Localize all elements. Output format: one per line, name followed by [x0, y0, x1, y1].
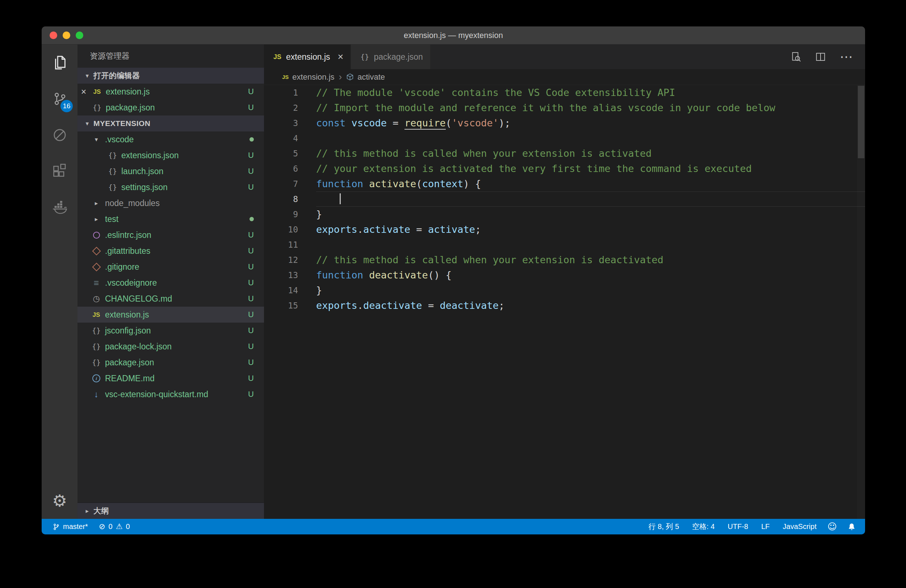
- status-language-mode[interactable]: JavaScript: [783, 523, 817, 531]
- tree-item-extension.js[interactable]: JSextension.jsU: [78, 307, 264, 323]
- scrollbar-thumb[interactable]: [858, 86, 865, 158]
- file-icon-slot: JS: [89, 312, 104, 318]
- tab-label: package.json: [374, 52, 423, 62]
- code-line-14[interactable]: 14}: [264, 283, 865, 298]
- code-line-12[interactable]: 12// this method is called when your ext…: [264, 252, 865, 268]
- modified-indicator-dot: [249, 137, 254, 142]
- explorer-icon[interactable]: [41, 45, 78, 81]
- close-icon[interactable]: ×: [78, 86, 90, 97]
- code-line-13[interactable]: 13function deactivate() {: [264, 268, 865, 283]
- git-status-badge: [249, 217, 254, 221]
- code-line-8[interactable]: 8: [264, 191, 865, 207]
- docker-icon[interactable]: [41, 190, 78, 226]
- tree-item-.gitattributes[interactable]: .gitattributesU: [78, 243, 264, 259]
- file-name-label: extension.js: [106, 87, 150, 97]
- git-status-badge: U: [248, 310, 254, 319]
- feedback-smiley-icon[interactable]: ☺: [828, 522, 837, 531]
- code-line-5[interactable]: 5// this method is called when your exte…: [264, 146, 865, 161]
- code-text: function activate(context) {: [316, 176, 865, 191]
- code-line-4[interactable]: 4: [264, 131, 865, 146]
- outline-header[interactable]: ▸ 大纲: [78, 502, 264, 519]
- status-eol[interactable]: LF: [761, 523, 769, 531]
- editor-scrollbar[interactable]: [857, 85, 865, 519]
- breadcrumb-symbol[interactable]: activate: [357, 72, 385, 82]
- code-line-15[interactable]: 15exports.deactivate = deactivate;: [264, 298, 865, 313]
- notifications-bell-icon[interactable]: [848, 523, 856, 531]
- line-number: 15: [264, 298, 316, 313]
- tree-item-vsc-extension-quickstart.md[interactable]: ↓vsc-extension-quickstart.mdU: [78, 386, 264, 402]
- code-line-2[interactable]: 2// Import the module and reference it w…: [264, 100, 865, 115]
- line-number: 7: [264, 176, 316, 191]
- source-control-icon[interactable]: 16: [41, 81, 78, 117]
- zoom-window-button[interactable]: [76, 32, 83, 39]
- tree-item-README.md[interactable]: iREADME.mdU: [78, 370, 264, 386]
- project-header[interactable]: ▾ MYEXTENSION: [78, 115, 264, 131]
- close-window-button[interactable]: [49, 32, 57, 39]
- file-icon-slot: [89, 232, 104, 239]
- more-actions-icon[interactable]: ⋯: [840, 50, 853, 63]
- tree-item-package-lock.json[interactable]: {}package-lock.jsonU: [78, 339, 264, 354]
- tree-item-jsconfig.json[interactable]: {}jsconfig.jsonU: [78, 323, 264, 339]
- json-file-icon: {}: [108, 183, 117, 191]
- branch-name: master*: [63, 523, 88, 531]
- file-name-label: CHANGELOG.md: [105, 294, 172, 304]
- tree-item-.gitignore[interactable]: .gitignoreU: [78, 259, 264, 275]
- chevron-right-icon: ›: [339, 71, 342, 83]
- status-cursor-position[interactable]: 行 8, 列 5: [649, 522, 679, 532]
- file-name-label: package.json: [105, 358, 154, 368]
- file-name-label: node_modules: [105, 198, 160, 208]
- tree-item-extensions.json[interactable]: {}extensions.jsonU: [78, 147, 264, 163]
- code-line-6[interactable]: 6// your extension is activated the very…: [264, 161, 865, 176]
- minimize-window-button[interactable]: [63, 32, 70, 39]
- open-editors-header[interactable]: ▾ 打开的编辑器: [78, 68, 264, 84]
- code-line-7[interactable]: 7function activate(context) {: [264, 176, 865, 191]
- code-line-10[interactable]: 10exports.activate = activate;: [264, 222, 865, 237]
- tabs: JSextension.js×{}package.json: [264, 45, 431, 69]
- settings-gear-icon[interactable]: ⚙: [41, 483, 78, 519]
- vscode-window: extension.js — myextension 16: [41, 26, 865, 534]
- file-name-label: .vscodeignore: [105, 278, 157, 288]
- breadcrumb-file[interactable]: extension.js: [292, 72, 334, 82]
- code-line-11[interactable]: 11: [264, 237, 865, 252]
- warning-icon: ⚠: [116, 523, 123, 531]
- code-line-1[interactable]: 1// The module 'vscode' contains the VS …: [264, 85, 865, 100]
- open-editor-package.json[interactable]: {}package.jsonU: [78, 100, 264, 115]
- file-icon-slot: {}: [89, 359, 104, 366]
- tree-item-settings.json[interactable]: {}settings.jsonU: [78, 179, 264, 195]
- tree-item-.vscode[interactable]: ▾.vscode: [78, 131, 264, 147]
- code-line-3[interactable]: 3const vscode = require('vscode');: [264, 115, 865, 131]
- extensions-icon[interactable]: [41, 153, 78, 190]
- close-icon[interactable]: ×: [338, 51, 344, 63]
- code-text: // Import the module and reference it wi…: [316, 100, 865, 115]
- tree-item-test[interactable]: ▸test: [78, 211, 264, 227]
- file-icon-slot: ≡: [89, 279, 104, 287]
- code-text: exports.deactivate = deactivate;: [316, 298, 865, 313]
- tree-item-package.json[interactable]: {}package.jsonU: [78, 354, 264, 370]
- status-encoding[interactable]: UTF-8: [728, 523, 748, 531]
- tab-bar: JSextension.js×{}package.json ⋯: [264, 45, 865, 69]
- git-status-badge: U: [248, 374, 254, 383]
- code-editor[interactable]: 1// The module 'vscode' contains the VS …: [264, 85, 865, 519]
- split-editor-icon[interactable]: [815, 51, 826, 62]
- code-line-9[interactable]: 9}: [264, 207, 865, 222]
- tree-item-CHANGELOG.md[interactable]: ◷CHANGELOG.mdU: [78, 291, 264, 307]
- git-branch-status[interactable]: master*: [53, 523, 88, 531]
- file-icon-slot: {}: [89, 327, 104, 334]
- status-indentation[interactable]: 空格: 4: [692, 522, 715, 532]
- open-editor-extension.js[interactable]: ×JSextension.jsU: [78, 84, 264, 100]
- tree-item-launch.json[interactable]: {}launch.jsonU: [78, 163, 264, 179]
- tab-extension.js[interactable]: JSextension.js×: [264, 45, 351, 69]
- debug-icon[interactable]: [41, 117, 78, 153]
- open-changes-icon[interactable]: [791, 51, 801, 62]
- git-status-badge: U: [248, 230, 254, 240]
- file-icon-slot: {}: [105, 183, 120, 191]
- tree-item-node_modules[interactable]: ▸node_modules: [78, 195, 264, 211]
- symbol-cube-icon: [346, 73, 354, 81]
- tree-item-.vscodeignore[interactable]: ≡.vscodeignoreU: [78, 275, 264, 291]
- tree-item-.eslintrc.json[interactable]: .eslintrc.jsonU: [78, 227, 264, 243]
- json-file-icon: {}: [92, 343, 100, 350]
- file-name-label: README.md: [105, 374, 155, 383]
- problems-status[interactable]: ⊘ 0 ⚠ 0: [99, 523, 130, 531]
- json-file-icon: {}: [108, 167, 117, 175]
- tab-package.json[interactable]: {}package.json: [351, 45, 431, 69]
